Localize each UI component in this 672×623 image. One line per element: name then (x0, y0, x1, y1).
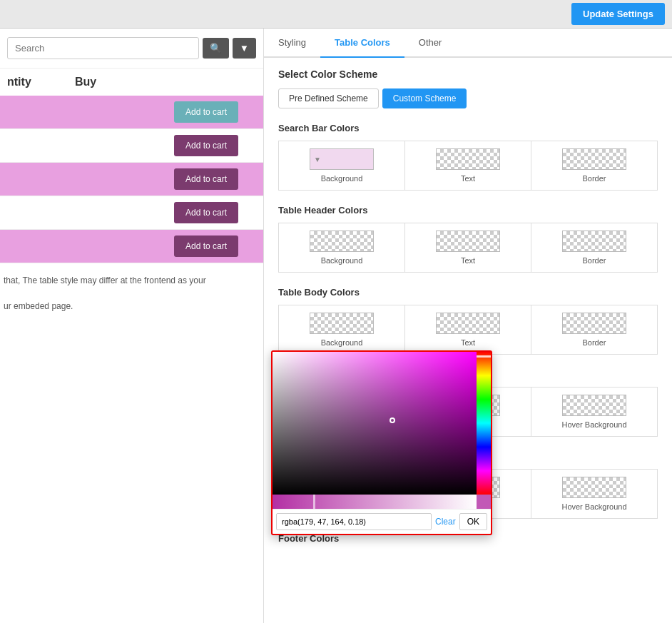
body-border-label: Border (582, 338, 606, 347)
body-bg-label: Background (321, 338, 363, 347)
search-input[interactable] (7, 37, 199, 59)
header-border-swatch[interactable] (562, 231, 626, 252)
tab-styling-label: Styling (278, 37, 306, 48)
picker-value-input[interactable] (276, 513, 432, 530)
picker-gradient-area[interactable] (273, 352, 491, 495)
even-hover-swatch[interactable] (562, 477, 626, 498)
table-body-color-row: Background Text Border (278, 305, 658, 355)
search-border-cell: Border (531, 141, 657, 190)
row-buy: Add to cart (174, 202, 238, 223)
chevron-down-icon: ▼ (240, 43, 249, 54)
picker-alpha-row (273, 495, 491, 509)
preview-note-text: that, The table style may differ at the … (4, 275, 206, 285)
color-scheme-section: Select Color Scheme Pre Defined Scheme C… (278, 69, 658, 108)
search-bg-label: Background (321, 174, 363, 183)
color-picker: Clear OK (271, 350, 492, 535)
picker-hue-bar[interactable] (477, 352, 491, 495)
table-header-colors-title: Table Header Colors (278, 205, 658, 216)
body-border-swatch[interactable] (562, 313, 626, 334)
search-bg-cell: ▼ Background (279, 141, 405, 190)
buy-header: Buy (61, 76, 260, 88)
search-icon: 🔍 (210, 43, 222, 54)
search-text-swatch[interactable] (436, 148, 500, 170)
picker-ok-button[interactable]: OK (459, 513, 487, 530)
picker-hue-indicator (477, 355, 491, 358)
preview-note: that, The table style may differ at the … (0, 263, 263, 323)
search-bar-color-row: ▼ Background Text Border (278, 141, 658, 191)
table-row: Add to cart (0, 196, 263, 230)
header-bg-label: Background (321, 256, 363, 265)
body-bg-swatch[interactable] (310, 313, 374, 334)
tabs: Styling Table Colors Other (264, 29, 672, 58)
odd-hover-swatch[interactable] (562, 395, 626, 416)
table-preview: ntity Buy Add to cart Add to cart (0, 69, 263, 623)
picker-clear-button[interactable]: Clear (435, 517, 456, 527)
table-row: Add to cart (0, 230, 263, 263)
settings-panel: Select Color Scheme Pre Defined Scheme C… (264, 58, 672, 623)
picker-alpha-strip[interactable] (273, 495, 477, 509)
row-buy: Add to cart (174, 135, 238, 156)
search-bar-colors-section: Search Bar Colors ▼ Background Text (278, 123, 658, 191)
dropdown-button[interactable]: ▼ (233, 38, 256, 59)
swatch-arrow: ▼ (314, 156, 321, 163)
table-body-colors-title: Table Body Colors (278, 287, 658, 298)
picker-darkness-gradient (273, 352, 477, 495)
add-to-cart-button[interactable]: Add to cart (174, 101, 238, 123)
even-hover-label: Hover Background (561, 502, 626, 511)
scheme-buttons: Pre Defined Scheme Custom Scheme (278, 88, 658, 108)
update-settings-button[interactable]: Update Settings (571, 3, 665, 25)
picker-alpha-indicator (313, 495, 315, 509)
preview-header: ntity Buy (0, 69, 263, 96)
header-bg-swatch[interactable] (310, 231, 374, 252)
right-panel: Styling Table Colors Other Select Color … (264, 29, 672, 623)
preview-note-text2: ur embeded page. (4, 301, 73, 311)
top-bar: Update Settings (0, 0, 672, 29)
body-border-cell: Border (531, 305, 657, 354)
custom-scheme-button[interactable]: Custom Scheme (382, 88, 467, 108)
odd-hover-cell: Hover Background (531, 388, 657, 436)
table-row: Add to cart (0, 96, 263, 129)
header-border-cell: Border (531, 223, 657, 272)
body-bg-cell: Background (279, 305, 405, 354)
picker-alpha-preview (477, 495, 491, 509)
header-border-label: Border (582, 256, 606, 265)
search-button[interactable]: 🔍 (203, 38, 229, 59)
tab-styling[interactable]: Styling (264, 29, 320, 58)
add-to-cart-button[interactable]: Add to cart (174, 202, 238, 223)
add-to-cart-button[interactable]: Add to cart (174, 168, 238, 190)
table-row: Add to cart (0, 163, 263, 196)
search-bar-colors-title: Search Bar Colors (278, 123, 658, 133)
picker-bottom: Clear OK (273, 509, 491, 534)
table-header-color-row: Background Text Border (278, 223, 658, 273)
add-to-cart-button[interactable]: Add to cart (174, 135, 238, 156)
table-row: Add to cart (0, 129, 263, 163)
add-to-cart-button[interactable]: Add to cart (174, 235, 238, 257)
row-buy: Add to cart (174, 168, 238, 190)
body-text-label: Text (461, 338, 475, 347)
table-body-colors-section: Table Body Colors Background Text Border (278, 287, 658, 355)
row-buy: Add to cart (174, 101, 238, 123)
tab-table-colors-label: Table Colors (335, 37, 390, 48)
body-text-swatch[interactable] (436, 313, 500, 334)
search-border-swatch[interactable] (562, 148, 626, 170)
pre-defined-scheme-button[interactable]: Pre Defined Scheme (278, 88, 379, 108)
header-bg-cell: Background (279, 223, 405, 272)
header-text-cell: Text (405, 223, 531, 272)
left-panel: 🔍 ▼ ntity Buy Add to cart Ad (0, 29, 264, 623)
row-buy: Add to cart (174, 235, 238, 257)
even-hover-cell: Hover Background (531, 470, 657, 518)
tab-other-label: Other (419, 37, 442, 48)
table-header-colors-section: Table Header Colors Background Text Bord… (278, 205, 658, 273)
odd-hover-label: Hover Background (561, 420, 626, 429)
picker-cursor (390, 417, 395, 423)
search-bar: 🔍 ▼ (0, 29, 263, 69)
main-layout: 🔍 ▼ ntity Buy Add to cart Ad (0, 29, 672, 623)
search-border-label: Border (582, 174, 606, 183)
body-text-cell: Text (405, 305, 531, 354)
search-text-cell: Text (405, 141, 531, 190)
search-bg-swatch[interactable]: ▼ (310, 148, 374, 170)
header-text-swatch[interactable] (436, 231, 500, 252)
qty-header: ntity (4, 76, 61, 88)
tab-other[interactable]: Other (404, 29, 457, 58)
tab-table-colors[interactable]: Table Colors (320, 29, 404, 58)
